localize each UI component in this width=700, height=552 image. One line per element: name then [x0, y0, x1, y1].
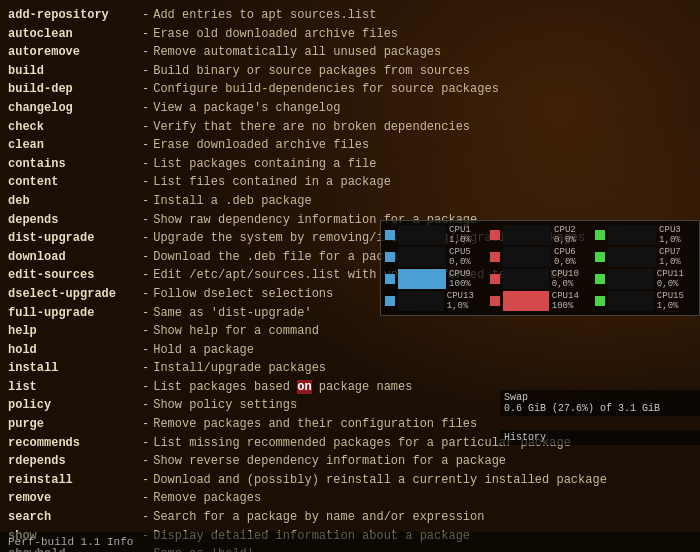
command-desc: Show policy settings	[153, 396, 297, 415]
command-dash: -	[142, 266, 149, 285]
list-item: remove - Remove packages	[8, 489, 692, 508]
command-desc: Remove automatically all unused packages	[153, 43, 441, 62]
list-item: help - Show help for a command	[8, 322, 692, 341]
cpu-label: CPU9 100%	[449, 269, 488, 289]
cpu-item: CPU5 0,0%	[385, 247, 488, 267]
cpu-bar-container	[398, 225, 446, 245]
cpu-bar-container	[608, 291, 654, 311]
list-item: hold - Hold a package	[8, 341, 692, 360]
cpu-bar-container	[503, 291, 549, 311]
list-item: changelog - View a package's changelog	[8, 99, 692, 118]
cpu-overlay: CPU1 1,0%CPU2 0,0%CPU3 1,0%CCPU5 0,0%CPU…	[380, 220, 700, 316]
cpu-bar-container	[608, 269, 654, 289]
list-item: content - List files contained in a pack…	[8, 173, 692, 192]
cpu-label: CPU6 0,0%	[554, 247, 593, 267]
command-dash: -	[142, 99, 149, 118]
cpu-bar-container	[398, 291, 444, 311]
command-dash: -	[142, 359, 149, 378]
cpu-label: CPU2 0,0%	[554, 225, 593, 245]
command-desc: Install/upgrade packages	[153, 359, 326, 378]
terminal: add-repository - Add entries to apt sour…	[0, 0, 700, 552]
cpu-bar-container	[503, 247, 551, 267]
command-dash: -	[142, 489, 149, 508]
list-item: build - Build binary or source packages …	[8, 62, 692, 81]
command-dash: -	[142, 322, 149, 341]
command-name: autoclean	[8, 25, 138, 44]
cpu-item: CPU13 1,0%	[385, 291, 488, 311]
cpu-bar	[503, 291, 549, 311]
command-desc: Search for a package by name and/or expr…	[153, 508, 484, 527]
cpu-item: CPU3 1,0%	[595, 225, 698, 245]
command-desc: Hold a package	[153, 341, 254, 360]
command-name: clean	[8, 136, 138, 155]
command-name: deb	[8, 192, 138, 211]
swap-section: Swap 0.6 GiB (27.6%) of 3.1 GiB	[500, 390, 700, 416]
cpu-color	[595, 252, 605, 262]
cpu-label: CPU10 0,0%	[552, 269, 593, 289]
cpu-item: CPU15 1,0%	[595, 291, 698, 311]
cpu-color	[595, 274, 605, 284]
cpu-grid: CPU1 1,0%CPU2 0,0%CPU3 1,0%CCPU5 0,0%CPU…	[385, 225, 695, 311]
cpu-bar-container	[608, 225, 656, 245]
list-item: autoclean - Erase old downloaded archive…	[8, 25, 692, 44]
list-item: autoremove - Remove automatically all un…	[8, 43, 692, 62]
cpu-color	[385, 252, 395, 262]
command-desc: View a package's changelog	[153, 99, 340, 118]
cpu-item: CPU2 0,0%	[490, 225, 593, 245]
cpu-color	[385, 274, 395, 284]
cpu-label: CPU14 100%	[552, 291, 593, 311]
command-desc: Download the .deb file for a package	[153, 248, 412, 267]
command-dash: -	[142, 80, 149, 99]
command-dash: -	[142, 211, 149, 230]
command-desc: List packages based on package names	[153, 378, 412, 397]
command-name: build-dep	[8, 80, 138, 99]
swap-value: 0.6 GiB (27.6%) of 3.1 GiB	[504, 403, 696, 414]
command-name: full-upgrade	[8, 304, 138, 323]
disk-label: History	[504, 432, 696, 443]
command-name: build	[8, 62, 138, 81]
command-name: policy	[8, 396, 138, 415]
command-name: reinstall	[8, 471, 138, 490]
list-item: check - Verify that there are no broken …	[8, 118, 692, 137]
command-name: dist-upgrade	[8, 229, 138, 248]
command-dash: -	[142, 229, 149, 248]
cpu-color	[490, 296, 500, 306]
list-item: rdepends - Show reverse dependency infor…	[8, 452, 692, 471]
command-name: rdepends	[8, 452, 138, 471]
command-desc: Verify that there are no broken dependen…	[153, 118, 470, 137]
list-item: reinstall - Download and (possibly) rein…	[8, 471, 692, 490]
list-item: search - Search for a package by name an…	[8, 508, 692, 527]
list-item: build-dep - Configure build-dependencies…	[8, 80, 692, 99]
command-desc: Configure build-dependencies for source …	[153, 80, 499, 99]
command-desc: Remove packages	[153, 489, 261, 508]
swap-label: Swap	[504, 392, 696, 403]
command-dash: -	[142, 341, 149, 360]
cpu-color	[385, 230, 395, 240]
command-name: help	[8, 322, 138, 341]
cpu-item: CPU14 100%	[490, 291, 593, 311]
cpu-bar-container	[398, 269, 446, 289]
command-dash: -	[142, 248, 149, 267]
cpu-item: CPU1 1,0%	[385, 225, 488, 245]
command-dash: -	[142, 304, 149, 323]
command-dash: -	[142, 378, 149, 397]
cpu-color	[490, 252, 500, 262]
cpu-bar-container	[503, 269, 549, 289]
disk-section: History	[500, 430, 700, 445]
command-desc: Build binary or source packages from sou…	[153, 62, 470, 81]
command-name: hold	[8, 341, 138, 360]
command-dash: -	[142, 452, 149, 471]
command-dash: -	[142, 62, 149, 81]
command-dash: -	[142, 136, 149, 155]
cpu-bar	[398, 269, 446, 289]
command-desc: Show reverse dependency information for …	[153, 452, 506, 471]
cpu-label: CPU15 1,0%	[657, 291, 698, 311]
cpu-label: CPU5 0,0%	[449, 247, 488, 267]
command-dash: -	[142, 6, 149, 25]
list-item: contains - List packages containing a fi…	[8, 155, 692, 174]
command-dash: -	[142, 118, 149, 137]
command-name: list	[8, 378, 138, 397]
command-dash: -	[142, 173, 149, 192]
cpu-bar-container	[398, 247, 446, 267]
command-name: content	[8, 173, 138, 192]
